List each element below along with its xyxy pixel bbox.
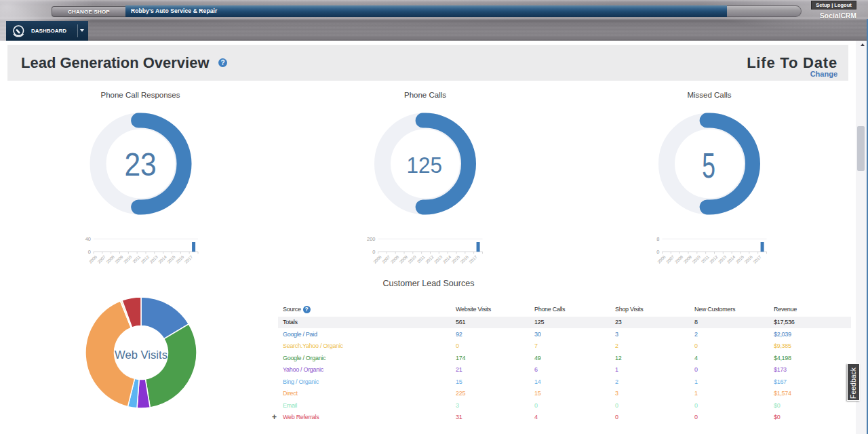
svg-text:2014: 2014	[726, 254, 736, 264]
svg-text:200: 200	[367, 236, 376, 242]
svg-text:23: 23	[124, 146, 156, 182]
svg-text:2013: 2013	[433, 254, 443, 264]
svg-text:2016: 2016	[743, 254, 753, 264]
svg-text:2014: 2014	[442, 254, 452, 264]
svg-text:2008: 2008	[390, 254, 400, 264]
svg-text:2009: 2009	[682, 254, 692, 264]
svg-text:2012: 2012	[709, 254, 719, 264]
svg-text:2012: 2012	[425, 254, 435, 264]
svg-text:2011: 2011	[700, 254, 710, 264]
svg-text:Web Visits: Web Visits	[115, 349, 167, 361]
svg-text:2017: 2017	[468, 254, 478, 264]
svg-text:2010: 2010	[691, 254, 701, 264]
svg-text:2006: 2006	[372, 254, 382, 264]
svg-text:0: 0	[372, 249, 375, 255]
svg-text:2015: 2015	[734, 254, 745, 264]
svg-text:2010: 2010	[407, 254, 417, 264]
svg-text:5: 5	[702, 146, 715, 185]
svg-text:2006: 2006	[656, 254, 667, 264]
svg-text:125: 125	[406, 152, 442, 178]
svg-text:2011: 2011	[416, 254, 426, 264]
svg-text:2007: 2007	[665, 254, 675, 264]
svg-text:8: 8	[656, 236, 659, 242]
svg-text:2007: 2007	[381, 254, 391, 264]
svg-text:40: 40	[85, 236, 91, 242]
svg-text:2009: 2009	[398, 254, 408, 264]
svg-text:2016: 2016	[459, 254, 469, 264]
svg-text:2008: 2008	[674, 254, 684, 264]
svg-text:2013: 2013	[717, 254, 728, 264]
svg-text:2017: 2017	[752, 254, 762, 264]
svg-text:0: 0	[656, 249, 659, 255]
svg-text:2015: 2015	[450, 254, 460, 264]
